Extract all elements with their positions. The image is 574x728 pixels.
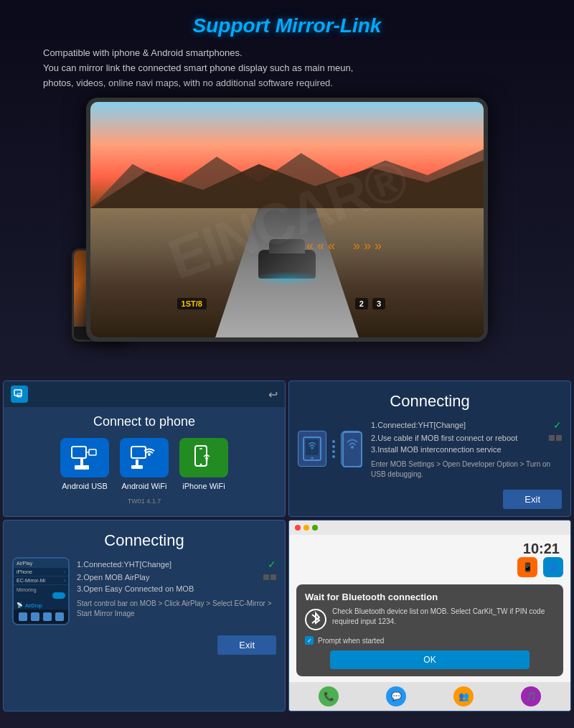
page-title: Support Mirror-Link [29, 14, 545, 37]
svg-point-23 [311, 447, 314, 449]
airplay-header-label: AirPlay [17, 561, 32, 566]
airplay-content: AirPlay iPhone › EC-Mirror-Mi › Mirrorin… [4, 557, 285, 633]
iphone-wifi-icon-box [179, 438, 228, 477]
version-label: TW01 4.1.7 [4, 498, 285, 509]
connecting-android-title: Connecting [289, 381, 570, 418]
svg-text:» » »: » » » [353, 238, 382, 253]
airplay-row-ec-mirror: EC-Mirror-Mi › [14, 577, 68, 585]
connecting-airplay-title: Connecting [4, 521, 285, 557]
connecting-airplay-panel: Connecting AirPlay iPhone › EC-Mirror-Mi… [3, 520, 286, 711]
connect-options: Android USB Android WiFi [4, 438, 285, 498]
race-badges: 2 3 [355, 298, 385, 309]
airplay-info: 1.Connected:YHT[Change] ✓ 2.Open MOB Air… [77, 557, 276, 625]
svg-rect-8 [89, 449, 96, 455]
android-wifi-option[interactable]: Android WiFi [120, 438, 169, 490]
airplay-row-iphone: iPhone › [14, 568, 68, 577]
conn-dot-4 [332, 455, 335, 458]
airplay-device-row: 📡 AirDrop [14, 601, 68, 610]
conn-step-2: 2.Use cable if MOB first connect or rebo… [371, 432, 562, 444]
airplay-iphone-label: iPhone [17, 569, 32, 574]
close-dot[interactable] [295, 525, 301, 531]
airplay-step-2: 2.Open MOB AirPlay [77, 571, 276, 583]
connect-title: Connect to phone [4, 407, 285, 438]
sq-a2 [270, 574, 276, 580]
iphone-wifi-label: iPhone WiFi [182, 482, 225, 490]
bt-bottom-icons: 📞 💬 👥 🎵 [289, 682, 570, 711]
android-usb-label: Android USB [62, 482, 108, 490]
svg-rect-15 [131, 465, 143, 469]
airplay-ec-label: EC-Mirror-Mi [17, 578, 45, 583]
bt-contacts-icon[interactable]: 👥 [453, 686, 474, 706]
bluetooth-icon [306, 610, 325, 629]
bt-phone-icon[interactable]: 📞 [319, 686, 339, 706]
bottom-panels: ↩ Connect to phone Android USB [0, 378, 574, 714]
svg-rect-24 [343, 432, 362, 467]
svg-rect-14 [136, 459, 138, 465]
airplay-clearfix: Exit [4, 633, 285, 661]
sq-a1 [263, 574, 269, 580]
window-control-dots [289, 521, 570, 535]
airplay-icon-3 [43, 612, 52, 621]
display-screen: « « « » » » 1ST/8 2 3 EINCAR® [90, 102, 484, 337]
bluetooth-panel: 10:21 📱 👤 Wait for Bluetooth connection … [288, 520, 571, 711]
connection-icon-area [298, 418, 362, 480]
android-usb-option[interactable]: Android USB [60, 438, 109, 490]
iphone-wifi-option[interactable]: iPhone WiFi [179, 438, 228, 490]
android-usb-icon-box [60, 438, 109, 477]
iphone-wifi-icon [189, 445, 218, 471]
car-glow [251, 271, 323, 286]
android-wifi-label: Android WiFi [122, 482, 167, 490]
connecting-body: 1.Connected:YHT[Change] ✓ 2.Use cable if… [289, 418, 570, 487]
conn-dot-1 [332, 440, 335, 443]
sq2 [556, 435, 562, 441]
maximize-dot[interactable] [312, 525, 318, 531]
android-wifi-icon-box [120, 438, 169, 477]
conn-step-2-text: 2.Use cable if MOB first connect or rebo… [371, 434, 517, 442]
airplay-mirroring-toggle[interactable] [52, 592, 65, 599]
svg-text:« « «: « « « [306, 238, 335, 253]
conn-dot-3 [332, 450, 335, 453]
svg-point-18 [200, 463, 202, 465]
bluetooth-modal: Wait for Bluetooth connection Check Blue… [296, 584, 563, 676]
bt-time-display: 10:21 [289, 535, 570, 557]
airplay-icon-2 [31, 612, 39, 621]
bt-modal-text: Check Bluetooth device list on MOB. Sele… [332, 607, 555, 627]
conn-squares [549, 435, 562, 441]
phone-app-row: 📱 👤 [289, 557, 570, 581]
bt-ok-button[interactable]: OK [330, 650, 530, 669]
bt-checkbox-row: ✓ Prompt when started [305, 636, 555, 645]
conn-step-1: 1.Connected:YHT[Change] ✓ [371, 418, 562, 432]
desc-line1: Compatible with iphone & Android smartph… [43, 47, 243, 58]
phone-icon[interactable]: 📱 [517, 557, 537, 577]
minimize-dot[interactable] [304, 525, 309, 531]
airplay-step-1-text: 1.Connected:YHT[Change] [77, 560, 171, 569]
bt-checkbox[interactable]: ✓ [305, 636, 314, 645]
airplay-step-3: 3.Open Easy Connected on MOB [77, 583, 276, 594]
panel-header: ↩ [4, 381, 285, 407]
back-button[interactable]: ↩ [268, 388, 278, 401]
bt-music-icon[interactable]: 🎵 [521, 686, 541, 706]
race-badge-3rd: 3 [372, 298, 385, 309]
airplay-icon-1 [19, 612, 27, 621]
mountains-svg [90, 149, 484, 208]
bt-message-icon[interactable]: 💬 [386, 686, 406, 706]
exit-button-airplay[interactable]: Exit [217, 635, 276, 655]
clearfix: Exit [289, 487, 570, 515]
conn-dot-2 [332, 445, 335, 448]
android-wifi-icon [130, 445, 159, 471]
airplay-mirroring-label: Mirroring [14, 585, 68, 601]
race-badge-1st: 1ST/8 [177, 298, 207, 309]
bt-modal-body: Check Bluetooth device list on MOB. Sele… [305, 607, 555, 630]
airplay-instructions: Start control bar on MOB > Click AirPlay… [77, 599, 276, 619]
description: Compatible with iphone & Android smartph… [29, 46, 545, 90]
contacts-icon[interactable]: 👤 [543, 557, 563, 577]
svg-rect-10 [80, 458, 83, 465]
exit-button-android[interactable]: Exit [503, 490, 562, 509]
conn-step-1-text: 1.Connected:YHT[Change] [371, 421, 466, 429]
svg-point-19 [206, 459, 208, 461]
airplay-phone-header: AirPlay [14, 559, 68, 568]
svg-rect-7 [72, 447, 86, 458]
bt-checkbox-label: Prompt when started [318, 637, 384, 645]
connect-to-phone-panel: ↩ Connect to phone Android USB [3, 381, 286, 517]
android-usb-icon [70, 445, 99, 471]
